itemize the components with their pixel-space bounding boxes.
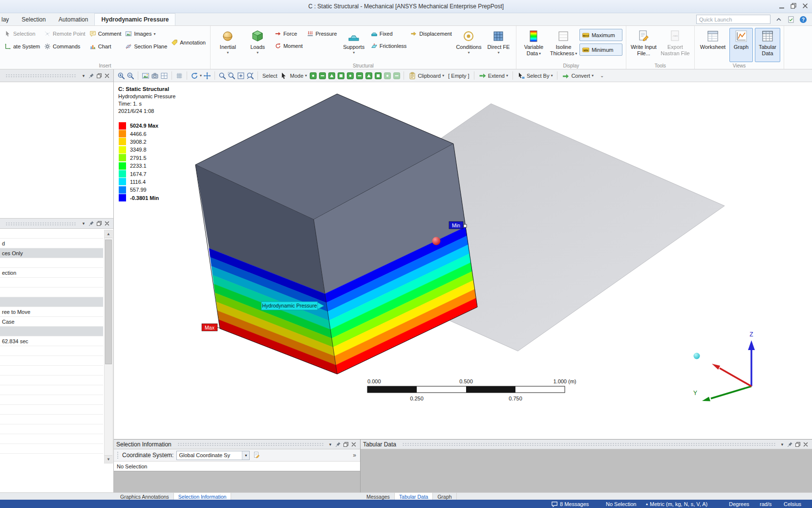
pressure-cube[interactable]	[195, 94, 477, 374]
details-row[interactable]	[0, 395, 103, 405]
details-row[interactable]	[0, 415, 103, 424]
scroll-up-icon[interactable]: ▲	[105, 230, 112, 238]
close-panel-icon[interactable]	[350, 441, 358, 448]
details-row[interactable]: ection	[0, 268, 103, 278]
worksheet-button[interactable]: Worksheet	[698, 28, 727, 62]
tabular-data-content[interactable]	[361, 449, 812, 492]
details-row[interactable]	[0, 346, 103, 356]
coordinate-system-button[interactable]: ate System	[3, 42, 41, 51]
details-row[interactable]	[0, 258, 103, 268]
isoline-thickness-dropdown[interactable]: Isoline Thickness▾	[550, 28, 577, 62]
combo-caret-icon[interactable]: ▾	[242, 451, 249, 460]
pin-icon[interactable]	[786, 441, 794, 448]
maximize-panel-icon[interactable]	[794, 441, 802, 448]
tab-selection-information[interactable]: Selection Information	[174, 493, 232, 500]
panel-menu-icon[interactable]: ▾	[80, 72, 87, 79]
close-button[interactable]	[801, 2, 809, 10]
details-row[interactable]	[0, 424, 103, 434]
panel-grip[interactable]	[5, 73, 77, 78]
select-path-icon[interactable]	[393, 72, 401, 80]
toolbar-overflow-caret[interactable]: ⌄	[600, 73, 604, 78]
select-named-icon[interactable]	[384, 72, 391, 80]
displacement-button[interactable]: Displacement	[409, 29, 453, 39]
panel-grip[interactable]	[5, 221, 77, 226]
scroll-down-icon[interactable]: ▼	[105, 455, 112, 463]
force-button[interactable]: Force	[274, 29, 304, 39]
snap-grid-icon[interactable]	[175, 72, 183, 80]
angular-velocity-units-status[interactable]: rad/s	[760, 500, 771, 508]
details-row[interactable]: Case	[0, 317, 103, 327]
select-vertex-icon[interactable]	[309, 72, 317, 80]
fixed-button[interactable]: Fixed	[370, 29, 408, 39]
select-cursor-icon[interactable]	[280, 72, 288, 80]
annotation-button[interactable]: Annotation	[170, 38, 207, 47]
selection-information-content[interactable]	[114, 471, 360, 492]
select-node-icon[interactable]	[346, 72, 354, 80]
image-capture-icon[interactable]	[151, 72, 159, 80]
selection-info-options-icon[interactable]	[253, 451, 260, 459]
zoom-box-icon[interactable]	[228, 72, 235, 80]
images-dropdown[interactable]: Images ▾	[124, 29, 168, 39]
details-row[interactable]	[0, 444, 103, 454]
panel-grip[interactable]	[402, 442, 775, 446]
export-nastran-file-button[interactable]: .nas Export Nastran File	[660, 28, 691, 62]
panel-grip[interactable]	[177, 442, 323, 446]
loads-dropdown[interactable]: Loads ▾	[244, 28, 272, 62]
select-box-icon[interactable]	[365, 72, 373, 80]
tabular-data-view-toggle[interactable]: Tabular Data	[755, 28, 780, 62]
details-row[interactable]	[0, 229, 103, 239]
details-row[interactable]	[0, 366, 103, 375]
orientation-triad[interactable]: Z Y	[693, 331, 755, 401]
moment-button[interactable]: Moment	[274, 41, 304, 51]
extend-dropdown[interactable]: Extend▾	[477, 71, 510, 81]
details-row[interactable]	[0, 356, 103, 366]
frictionless-button[interactable]: Frictionless	[370, 41, 408, 51]
zoom-in-icon[interactable]	[117, 72, 125, 80]
commands-button[interactable]: Commands	[43, 42, 86, 51]
pressure-button[interactable]: Pressure	[306, 29, 338, 39]
rotate-caret-icon[interactable]: ▾	[200, 73, 202, 78]
quick-launch-input[interactable]	[696, 15, 770, 24]
mode-dropdown[interactable]: Mode▾	[289, 71, 309, 81]
details-scrollbar[interactable]: ▲ ▼	[104, 230, 113, 464]
zoom-fit-icon[interactable]	[237, 72, 245, 80]
units-status[interactable]: ▴ Metric (m, kg, N, s, V, A)	[646, 500, 707, 508]
temperature-units-status[interactable]: Celsius	[784, 500, 801, 508]
maximize-panel-icon[interactable]	[342, 441, 350, 448]
scrollbar-thumb[interactable]	[105, 240, 112, 364]
conditions-dropdown[interactable]: Conditions ▾	[455, 28, 483, 62]
toolbar-overflow-chevron[interactable]: »	[353, 452, 357, 459]
outline-tree-panel[interactable]	[0, 82, 113, 219]
variable-data-dropdown[interactable]: Variable Data▾	[520, 28, 548, 62]
panel-menu-icon[interactable]: ▾	[778, 441, 786, 448]
select-element-icon[interactable]	[356, 72, 363, 80]
write-input-file-button[interactable]: Write Input File...	[630, 28, 658, 62]
pin-icon[interactable]	[87, 72, 95, 79]
convert-dropdown[interactable]: Convert▾	[560, 71, 595, 81]
tab-messages[interactable]: Messages	[362, 493, 395, 500]
zoom-icon[interactable]	[218, 72, 226, 80]
supports-dropdown[interactable]: Supports ▾	[340, 28, 368, 62]
select-edge-icon[interactable]	[319, 72, 326, 80]
section-plane-button[interactable]: Section Plane	[124, 42, 168, 51]
select-body-icon[interactable]	[337, 72, 345, 80]
details-row[interactable]	[0, 278, 103, 287]
viewport-layout-icon[interactable]	[160, 72, 168, 80]
tab-graphics-annotations[interactable]: Graphics Annotations	[116, 493, 174, 500]
close-panel-icon[interactable]	[802, 441, 810, 448]
tab-tabular-data[interactable]: Tabular Data	[395, 493, 433, 500]
remote-point-button[interactable]: Remote Point	[43, 29, 86, 39]
selection-button[interactable]: Selection	[3, 29, 41, 39]
collapse-ribbon-icon[interactable]	[775, 16, 783, 23]
comment-button[interactable]: Comment	[88, 29, 123, 39]
tab-automation[interactable]: Automation	[52, 13, 95, 25]
minimize-button[interactable]	[778, 2, 786, 10]
details-row[interactable]	[0, 297, 103, 307]
restore-button[interactable]	[790, 2, 797, 10]
close-panel-icon[interactable]	[103, 72, 111, 79]
graph-view-toggle[interactable]: Graph	[729, 28, 753, 62]
clipboard-dropdown[interactable]: Clipboard▾	[407, 71, 446, 81]
select-face-icon[interactable]	[328, 72, 336, 80]
maximum-toggle[interactable]: MAX Maximum	[579, 29, 622, 41]
panel-menu-icon[interactable]: ▾	[80, 220, 87, 227]
